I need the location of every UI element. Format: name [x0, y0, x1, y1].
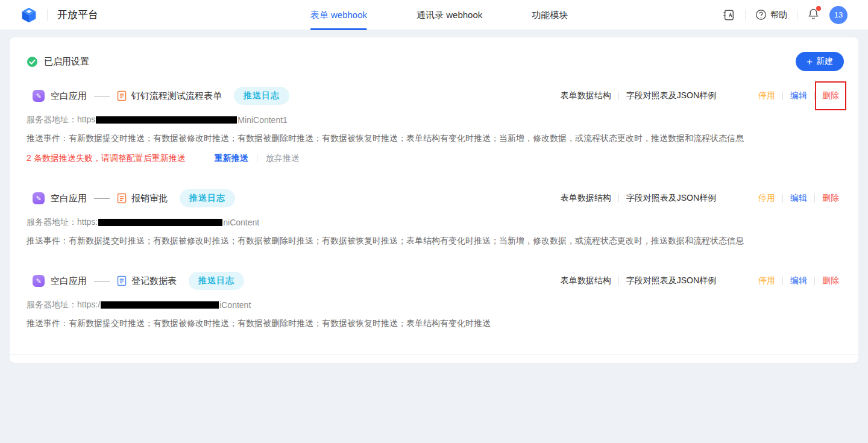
navbar-right: 帮助 13	[722, 6, 848, 24]
form-name: 钉钉流程测试流程表单	[131, 90, 222, 102]
redaction-bar	[101, 301, 219, 309]
brand-divider	[47, 9, 48, 21]
app-name: 空白应用	[51, 90, 87, 102]
push-log-button[interactable]: 推送日志	[189, 272, 244, 290]
form-name: 报销审批	[131, 193, 168, 204]
abandon-push-button[interactable]: 放弃推送	[266, 153, 300, 164]
nav-tabs: 表单 webhook 通讯录 webhook 功能模块	[310, 0, 568, 30]
webhook-item: ✎ 空白应用 钉钉流程测试流程表单 推送日志 表单数据结构 字段对照表及JSON…	[27, 87, 839, 164]
brand: 开放平台	[20, 7, 98, 24]
server-address-suffix: MiniContent1	[237, 115, 288, 125]
server-address-suffix: iContent	[219, 300, 251, 310]
form-doc-icon	[117, 193, 127, 204]
server-address: 服务器地址：https MiniContent1	[27, 115, 839, 125]
notification-bell[interactable]	[807, 7, 820, 22]
app-icon: ✎	[33, 90, 45, 102]
edit-button[interactable]: 编辑	[790, 193, 807, 204]
push-events: 推送事件：有新数据提交时推送；有数据被修改时推送；有数据被删除时推送；有数据被恢…	[27, 236, 839, 247]
dash-separator	[94, 198, 110, 199]
panel-footer	[10, 354, 858, 363]
tab-function-modules[interactable]: 功能模块	[532, 0, 568, 30]
webhook-list: ✎ 空白应用 钉钉流程测试流程表单 推送日志 表单数据结构 字段对照表及JSON…	[10, 77, 858, 354]
delete-button[interactable]: 删除	[822, 90, 839, 101]
server-address-prefix: 服务器地址：https	[27, 115, 95, 125]
form-data-structure-link[interactable]: 表单数据结构	[561, 193, 611, 204]
push-error-message: 2 条数据推送失败，请调整配置后重新推送	[27, 153, 186, 164]
edit-button[interactable]: 编辑	[790, 90, 807, 101]
new-button[interactable]: + 新建	[796, 52, 844, 71]
disable-button[interactable]: 停用	[758, 90, 775, 101]
new-button-label: 新建	[816, 56, 833, 67]
enabled-settings-panel: 已启用设置 + 新建 ✎ 空白应用 钉钉流程测试流程表单 推送日志	[10, 37, 858, 363]
panel-header: 已启用设置 + 新建	[10, 37, 858, 77]
field-mapping-json-link[interactable]: 字段对照表及JSON样例	[626, 90, 716, 101]
nav-divider	[745, 10, 746, 20]
dash-separator	[94, 281, 110, 281]
error-divider	[257, 154, 257, 163]
push-log-button[interactable]: 推送日志	[180, 189, 235, 207]
form-data-structure-link[interactable]: 表单数据结构	[561, 90, 611, 101]
disable-button[interactable]: 停用	[758, 193, 775, 204]
push-log-button[interactable]: 推送日志	[234, 87, 289, 105]
page-title: 开放平台	[57, 8, 98, 22]
link-divider	[618, 92, 619, 100]
status: 已启用设置	[27, 56, 89, 68]
disable-button[interactable]: 停用	[758, 275, 775, 286]
form-name: 登记数据表	[131, 275, 177, 287]
push-events: 推送事件：有新数据提交时推送；有数据被修改时推送；有数据被删除时推送；有数据被恢…	[27, 318, 839, 329]
edit-button[interactable]: 编辑	[790, 275, 807, 286]
webhook-item: ✎ 空白应用 报销审批 推送日志 表单数据结构 字段对照表及JSON样例 停	[27, 189, 839, 247]
push-events: 推送事件：有新数据提交时推送；有数据被修改时推送；有数据被删除时推送；有数据被恢…	[27, 133, 839, 144]
delete-button[interactable]: 删除	[822, 275, 839, 286]
app-name: 空白应用	[51, 193, 87, 204]
avatar[interactable]: 13	[829, 6, 848, 24]
action-divider	[782, 92, 783, 100]
tab-contacts-webhook[interactable]: 通讯录 webhook	[417, 0, 482, 30]
tab-form-webhook[interactable]: 表单 webhook	[310, 0, 367, 30]
link-divider	[618, 194, 619, 203]
status-label: 已启用设置	[44, 56, 89, 68]
server-address: 服务器地址：https:/ iContent	[27, 300, 839, 310]
dash-separator	[94, 96, 110, 96]
server-address-prefix: 服务器地址：https:/	[27, 300, 100, 310]
plus-icon: +	[807, 57, 813, 67]
help-icon	[755, 9, 767, 20]
action-divider	[782, 194, 783, 203]
nav-divider	[797, 10, 797, 20]
action-divider	[782, 277, 783, 285]
form-data-structure-link[interactable]: 表单数据结构	[561, 275, 611, 286]
cube-logo-icon[interactable]	[20, 7, 37, 24]
link-divider	[618, 277, 619, 285]
notification-dot	[816, 6, 821, 11]
push-error-row: 2 条数据推送失败，请调整配置后重新推送 重新推送 放弃推送	[27, 153, 839, 164]
retry-push-button[interactable]: 重新推送	[215, 153, 248, 164]
help-label: 帮助	[770, 10, 787, 20]
app-icon: ✎	[33, 275, 45, 287]
redaction-bar	[98, 219, 222, 226]
redaction-bar	[96, 116, 237, 124]
field-mapping-json-link[interactable]: 字段对照表及JSON样例	[626, 193, 716, 204]
contacts-icon[interactable]	[722, 8, 735, 22]
server-address-suffix: niContent	[223, 218, 259, 227]
check-circle-icon	[27, 56, 38, 68]
help-button[interactable]: 帮助	[755, 9, 787, 20]
server-address: 服务器地址：https: niContent	[27, 217, 839, 228]
webhook-item: ✎ 空白应用 登记数据表 推送日志 表单数据结构 字段对照表及JSON样例	[27, 272, 839, 329]
action-divider	[814, 92, 815, 100]
app-name: 空白应用	[51, 275, 87, 287]
delete-button[interactable]: 删除	[822, 193, 839, 204]
field-mapping-json-link[interactable]: 字段对照表及JSON样例	[626, 275, 716, 286]
action-divider	[814, 194, 815, 203]
app-icon: ✎	[33, 192, 45, 204]
server-address-prefix: 服务器地址：https:	[27, 217, 98, 228]
form-doc-icon	[117, 275, 127, 286]
form-doc-icon	[117, 90, 127, 101]
action-divider	[814, 277, 815, 285]
top-navbar: 开放平台 表单 webhook 通讯录 webhook 功能模块 帮助	[0, 0, 868, 30]
